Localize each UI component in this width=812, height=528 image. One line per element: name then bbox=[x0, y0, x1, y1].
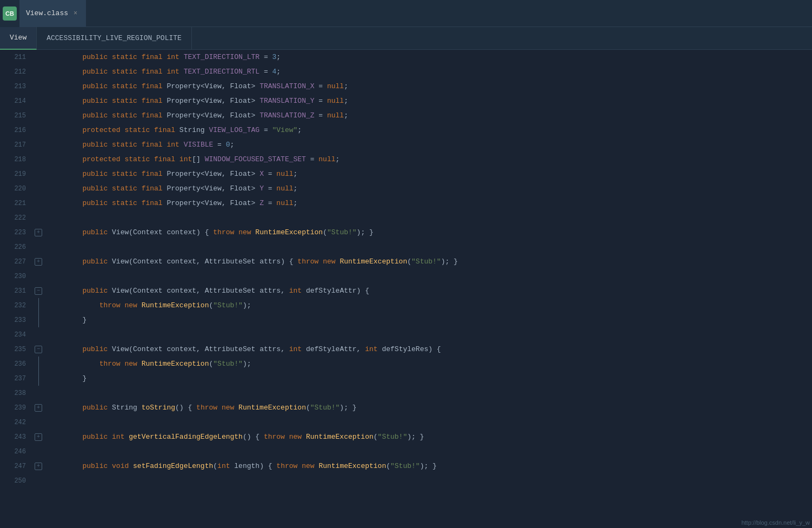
type-token: View bbox=[205, 170, 222, 178]
kw-token: throw bbox=[264, 433, 289, 441]
param-token: defStyleAttr bbox=[306, 287, 357, 295]
toolbar-tab-view[interactable]: View bbox=[0, 27, 37, 50]
fold-line-icon bbox=[38, 313, 39, 327]
param-token: length bbox=[234, 462, 259, 470]
line-number: 222 bbox=[0, 214, 32, 222]
op-token: ); } bbox=[441, 258, 458, 266]
gutter-icon[interactable]: + bbox=[32, 463, 44, 470]
kw-token: final bbox=[142, 199, 167, 207]
op-token: ) { bbox=[196, 228, 213, 236]
code-line: 214 public static final Property<View, F… bbox=[0, 94, 812, 108]
code-line: 226 bbox=[0, 240, 812, 254]
fold-closed-icon[interactable]: + bbox=[35, 463, 42, 470]
gutter-icon[interactable] bbox=[32, 298, 44, 313]
op-token: < bbox=[201, 97, 205, 105]
op-token: ( bbox=[386, 462, 390, 470]
type-token: View bbox=[205, 199, 222, 207]
fold-line-icon bbox=[38, 298, 39, 313]
gutter-icon[interactable]: + bbox=[32, 433, 44, 441]
op-token: = bbox=[306, 155, 318, 163]
op-token: > bbox=[251, 184, 260, 193]
fold-closed-icon[interactable]: + bbox=[35, 258, 42, 266]
kw-token: static bbox=[112, 141, 142, 149]
gutter-icon[interactable]: − bbox=[32, 287, 44, 295]
op-token: , bbox=[222, 111, 230, 120]
code-container: 211 public static final int TEXT_DIRECTI… bbox=[0, 50, 812, 488]
kw-token: throw bbox=[99, 360, 125, 368]
code-line: 250 bbox=[0, 473, 812, 488]
exc-token: RuntimeException bbox=[142, 301, 209, 309]
gutter-icon[interactable]: + bbox=[32, 229, 44, 236]
code-line: 242 bbox=[0, 415, 812, 430]
code-line: 211 public static final int TEXT_DIRECTI… bbox=[0, 50, 812, 64]
toolbar-tab-accessibility[interactable]: ACCESSIBILITY_LIVE_REGION_POLITE bbox=[37, 27, 192, 50]
op-token: } bbox=[82, 316, 86, 324]
gutter-icon[interactable]: + bbox=[32, 258, 44, 266]
kw-token: public bbox=[82, 111, 112, 120]
tab-close-button[interactable]: × bbox=[71, 9, 79, 18]
kw-token: public bbox=[82, 170, 112, 178]
kw-token: final bbox=[142, 68, 167, 76]
toolbar: View ACCESSIBILITY_LIVE_REGION_POLITE bbox=[0, 27, 812, 50]
kw-token: public bbox=[82, 82, 112, 90]
classname-token: View bbox=[112, 345, 129, 353]
type-token: Context bbox=[133, 345, 167, 353]
fold-closed-icon[interactable]: + bbox=[35, 229, 42, 236]
gutter-icon[interactable] bbox=[32, 371, 44, 386]
op-token: , bbox=[222, 97, 230, 105]
fold-open-icon[interactable]: − bbox=[35, 346, 42, 353]
type-token: AttributeSet bbox=[205, 258, 259, 266]
line-number: 213 bbox=[0, 83, 32, 90]
line-number: 217 bbox=[0, 141, 32, 149]
op-token: = bbox=[259, 53, 272, 61]
kw-token: final bbox=[142, 97, 167, 105]
field-token: TRANSLATION_Y bbox=[259, 97, 314, 105]
type-token: Float bbox=[230, 170, 251, 178]
kw-token: final bbox=[142, 82, 167, 90]
string-token: "Stub!" bbox=[213, 360, 243, 368]
line-number: 242 bbox=[0, 419, 32, 426]
gutter-icon[interactable] bbox=[32, 357, 44, 371]
op-token: ) { bbox=[281, 258, 297, 266]
op-token: ( bbox=[306, 404, 310, 412]
op-token: ); } bbox=[340, 404, 356, 412]
op-token: = bbox=[315, 111, 327, 120]
kw-token: new bbox=[124, 360, 141, 368]
op-token: ); bbox=[243, 360, 251, 368]
fold-closed-icon[interactable]: + bbox=[35, 404, 42, 412]
toolbar-tab-view-label: View bbox=[10, 34, 26, 42]
op-token: = bbox=[315, 97, 327, 105]
line-number: 231 bbox=[0, 287, 32, 295]
param-token: context bbox=[167, 345, 196, 353]
op-token: ; bbox=[294, 199, 298, 207]
kw-token: int bbox=[289, 345, 306, 353]
gutter-icon[interactable]: + bbox=[32, 404, 44, 412]
exc-token: RuntimeException bbox=[238, 404, 306, 412]
gutter-icon[interactable] bbox=[32, 313, 44, 327]
op-token: ; bbox=[276, 68, 281, 76]
code-line: 216 protected static final String VIEW_L… bbox=[0, 123, 812, 137]
kw-token: protected bbox=[82, 155, 124, 163]
fold-closed-icon[interactable]: + bbox=[35, 433, 42, 441]
view-class-tab[interactable]: View.class × bbox=[19, 0, 86, 27]
op-token: , bbox=[222, 184, 230, 193]
op-token: ( bbox=[407, 258, 411, 266]
code-line: 233 } bbox=[0, 313, 812, 327]
kw-token: static bbox=[112, 111, 142, 120]
code-content: public static final int TEXT_DIRECTION_R… bbox=[44, 64, 281, 79]
line-number: 220 bbox=[0, 185, 32, 193]
kw-token: int bbox=[167, 141, 183, 149]
code-content: public static final int VISIBLE = 0; bbox=[44, 137, 234, 152]
gutter-icon[interactable]: − bbox=[32, 346, 44, 353]
kw-token: final bbox=[142, 184, 167, 193]
code-line: 232 throw new RuntimeException("Stub!"); bbox=[0, 298, 812, 313]
fold-open-icon[interactable]: − bbox=[35, 287, 42, 295]
param-token: attrs bbox=[259, 287, 281, 295]
code-line: 239+ public String toString() { throw ne… bbox=[0, 400, 812, 415]
watermark: http://blog.csdn.net/li_y_w bbox=[741, 519, 810, 526]
op-token: ( bbox=[323, 228, 327, 236]
op-token: ) { bbox=[259, 462, 276, 470]
type-token: String bbox=[112, 404, 142, 412]
type-token: View bbox=[205, 97, 222, 105]
kw-token: null bbox=[318, 155, 335, 163]
